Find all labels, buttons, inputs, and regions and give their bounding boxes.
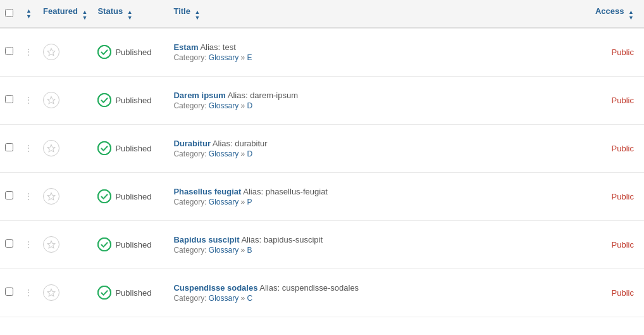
category-link[interactable]: Glossary (209, 294, 238, 303)
featured-header[interactable]: Featured ▲▼ (38, 0, 92, 28)
article-title-link[interactable]: Cuspendisse sodales (173, 283, 257, 293)
row-checkbox[interactable] (5, 47, 13, 55)
category-link[interactable]: Glossary (209, 101, 238, 110)
title-sort-icon[interactable]: ▲▼ (195, 9, 201, 21)
star-button[interactable] (43, 236, 59, 253)
featured-label: Featured (43, 6, 78, 16)
row-checkbox[interactable] (5, 288, 13, 296)
drag-handle[interactable]: ⋮ (19, 269, 38, 317)
title-cell: Durabitur Alias: durabitur Category: Glo… (168, 124, 581, 172)
status-header[interactable]: Status ▲▼ (92, 0, 168, 28)
star-button[interactable] (43, 284, 59, 301)
title-label: Title (173, 6, 190, 16)
access-sort-icon[interactable]: ▲▼ (628, 9, 634, 21)
status-published: Published (97, 45, 163, 59)
star-button[interactable] (43, 44, 59, 60)
category-letter-link[interactable]: C (247, 294, 253, 303)
category-link[interactable]: Glossary (209, 149, 238, 158)
category-letter-link[interactable]: D (247, 101, 253, 110)
category-text: Category: Glossary » D (173, 101, 576, 110)
published-icon[interactable] (97, 141, 111, 155)
drag-icon[interactable]: ⋮ (24, 288, 33, 298)
access-header[interactable]: Access ▲▼ (581, 0, 644, 28)
featured-cell (38, 220, 92, 269)
table-row: ⋮ Published Darem ipsum Alias: (0, 76, 644, 124)
article-title-link[interactable]: Phasellus feugiat (173, 187, 241, 196)
featured-sort-icon[interactable]: ▲▼ (82, 9, 88, 21)
category-link[interactable]: Glossary (209, 53, 238, 62)
select-all-header[interactable] (0, 0, 19, 28)
star-button[interactable] (43, 92, 59, 108)
access-label: Access (595, 6, 624, 16)
status-label: Published (115, 144, 151, 153)
status-label: Published (115, 288, 151, 298)
drag-icon[interactable]: ⋮ (24, 143, 33, 153)
drag-icon[interactable]: ⋮ (24, 191, 33, 201)
category-letter-link[interactable]: P (247, 198, 252, 206)
published-icon[interactable] (97, 237, 111, 251)
row-checkbox-cell (0, 220, 19, 269)
status-cell: Published (92, 269, 168, 317)
status-cell: Published (92, 124, 168, 172)
published-icon[interactable] (97, 45, 111, 59)
category-text: Category: Glossary » E (173, 53, 576, 62)
article-title-link[interactable]: Estam (173, 42, 198, 52)
title-cell: Cuspendisse sodales Alias: cuspendisse-s… (168, 269, 581, 317)
access-value: Public (612, 144, 634, 153)
status-cell: Published (92, 220, 168, 269)
status-published: Published (97, 141, 163, 155)
access-cell: Public (581, 124, 644, 172)
category-link[interactable]: Glossary (209, 198, 238, 206)
category-letter-link[interactable]: E (247, 53, 252, 62)
table-row: ⋮ Published Estam Alias: test (0, 28, 644, 76)
star-button[interactable] (43, 140, 59, 156)
row-checkbox[interactable] (5, 143, 13, 151)
article-title-link[interactable]: Durabitur (173, 139, 211, 148)
row-checkbox[interactable] (5, 239, 13, 248)
drag-handle[interactable]: ⋮ (19, 220, 38, 269)
svg-marker-9 (47, 193, 55, 199)
drag-handle[interactable]: ⋮ (19, 124, 38, 172)
svg-marker-3 (47, 96, 55, 103)
row-checkbox-cell (0, 124, 19, 172)
status-label: Published (115, 96, 151, 105)
status-sort-icon[interactable]: ▲▼ (127, 9, 133, 21)
alias-text: Alias: test (200, 42, 235, 52)
order-sort[interactable]: ▲ ▼ (26, 8, 32, 20)
access-cell: Public (581, 28, 644, 76)
access-value: Public (612, 288, 634, 298)
drag-icon[interactable]: ⋮ (24, 239, 33, 250)
published-icon[interactable] (97, 286, 111, 300)
star-button[interactable] (43, 188, 59, 205)
title-cell: Estam Alias: test Category: Glossary » E (168, 28, 581, 76)
table-row: ⋮ Published Durabitur Alias: d (0, 124, 644, 172)
svg-marker-6 (47, 144, 55, 151)
row-checkbox[interactable] (5, 191, 13, 199)
published-icon[interactable] (97, 93, 111, 107)
category-letter-link[interactable]: B (247, 246, 252, 255)
category-link[interactable]: Glossary (209, 246, 238, 255)
status-label: Status (97, 6, 123, 16)
drag-handle[interactable]: ⋮ (19, 28, 38, 76)
category-letter-link[interactable]: D (247, 149, 253, 158)
featured-cell (38, 172, 92, 220)
status-cell: Published (92, 172, 168, 220)
access-value: Public (612, 96, 634, 105)
title-cell: Darem ipsum Alias: darem-ipsum Category:… (168, 76, 581, 124)
row-checkbox-cell (0, 269, 19, 317)
access-value: Public (612, 240, 634, 250)
status-cell: Published (92, 28, 168, 76)
drag-handle[interactable]: ⋮ (19, 172, 38, 220)
article-title-link[interactable]: Bapidus suscipit (173, 235, 239, 244)
table-row: ⋮ Published Cuspendisse sodales (0, 269, 644, 317)
published-icon[interactable] (97, 189, 111, 203)
title-header[interactable]: Title ▲▼ (168, 0, 581, 28)
drag-icon[interactable]: ⋮ (24, 47, 33, 57)
drag-handle[interactable]: ⋮ (19, 76, 38, 124)
select-all-checkbox[interactable] (5, 9, 13, 17)
status-published: Published (97, 189, 163, 203)
article-title-link[interactable]: Darem ipsum (173, 91, 225, 100)
drag-icon[interactable]: ⋮ (24, 95, 33, 105)
row-checkbox[interactable] (5, 95, 13, 103)
row-checkbox-cell (0, 76, 19, 124)
